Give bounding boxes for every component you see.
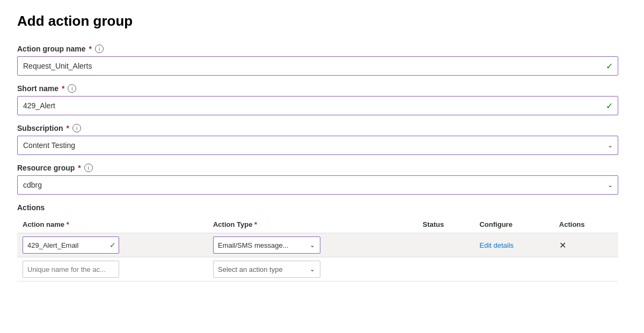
short-name-required: * xyxy=(62,84,64,93)
row-action-name-input[interactable] xyxy=(23,236,119,254)
actions-section-label: Actions xyxy=(17,203,618,212)
short-name-label: Short name * i xyxy=(17,84,618,93)
new-action-name-input[interactable] xyxy=(23,261,119,278)
col-action-type: Action Type * xyxy=(208,216,417,233)
row-status-cell xyxy=(417,233,474,257)
row-action-name-wrapper: ✓ xyxy=(23,236,119,254)
new-action-type-cell: Select an action type Email/SMS message … xyxy=(208,257,417,282)
row-action-name-check-icon: ✓ xyxy=(109,241,116,249)
action-group-name-input-wrapper: ✓ xyxy=(17,56,618,76)
table-row: ✓ Email/SMS message... ⌄ Edit details xyxy=(17,233,618,257)
resource-group-info-icon[interactable]: i xyxy=(84,164,93,172)
new-action-type-wrapper: Select an action type Email/SMS message … xyxy=(213,261,320,278)
subscription-label: Subscription * i xyxy=(17,124,618,132)
new-action-name-wrapper xyxy=(23,261,119,278)
col-configure: Configure xyxy=(474,216,553,233)
resource-group-dropdown[interactable]: cdbrg xyxy=(17,175,618,195)
new-status-cell xyxy=(417,257,474,282)
col-actions: Actions xyxy=(554,216,618,233)
resource-group-label-text: Resource group xyxy=(17,164,75,172)
action-name-col-required: * xyxy=(67,220,69,228)
row-delete-cell: ✕ xyxy=(554,233,618,257)
row-action-type-wrapper: Email/SMS message... ⌄ xyxy=(213,236,320,254)
resource-group-required: * xyxy=(78,164,80,172)
action-group-name-required: * xyxy=(89,45,92,53)
page-title: Add action group xyxy=(17,13,627,29)
action-type-col-required: * xyxy=(254,220,257,228)
short-name-check-icon: ✓ xyxy=(606,101,613,111)
action-group-name-info-icon[interactable]: i xyxy=(95,45,104,53)
subscription-dropdown[interactable]: Content Testing xyxy=(17,136,618,155)
row-action-type-cell: Email/SMS message... ⌄ xyxy=(208,233,417,257)
action-group-name-label-text: Action group name xyxy=(17,45,86,53)
action-group-name-check-icon: ✓ xyxy=(606,61,613,71)
actions-table: Action name * Action Type * Status Confi… xyxy=(17,216,618,282)
action-group-name-field: Action group name * i ✓ xyxy=(17,45,618,76)
form-section: Action group name * i ✓ Short name * i ✓… xyxy=(17,45,618,282)
action-group-name-label: Action group name * i xyxy=(17,45,618,53)
short-name-input[interactable] xyxy=(17,96,618,115)
short-name-field: Short name * i ✓ xyxy=(17,84,618,115)
short-name-info-icon[interactable]: i xyxy=(68,84,76,93)
new-action-name-cell xyxy=(17,257,208,282)
new-action-type-dropdown[interactable]: Select an action type Email/SMS message … xyxy=(213,261,320,278)
short-name-input-wrapper: ✓ xyxy=(17,96,618,115)
subscription-field: Subscription * i Content Testing ⌄ xyxy=(17,124,618,155)
subscription-dropdown-wrapper: Content Testing ⌄ xyxy=(17,136,618,155)
new-actions-cell xyxy=(554,257,618,282)
resource-group-field: Resource group * i cdbrg ⌄ xyxy=(17,164,618,195)
short-name-label-text: Short name xyxy=(17,84,58,93)
subscription-label-text: Subscription xyxy=(17,124,63,132)
table-header-row: Action name * Action Type * Status Confi… xyxy=(17,216,618,233)
new-action-row: Select an action type Email/SMS message … xyxy=(17,257,618,282)
col-status: Status xyxy=(417,216,474,233)
col-action-name: Action name * xyxy=(17,216,208,233)
resource-group-dropdown-wrapper: cdbrg ⌄ xyxy=(17,175,618,195)
edit-details-link[interactable]: Edit details xyxy=(479,241,514,249)
row-action-name-cell: ✓ xyxy=(17,233,208,257)
new-configure-cell xyxy=(474,257,553,282)
row-configure-cell: Edit details xyxy=(474,233,553,257)
subscription-required: * xyxy=(67,124,69,132)
delete-row-button[interactable]: ✕ xyxy=(559,240,566,250)
row-action-type-dropdown[interactable]: Email/SMS message... xyxy=(213,236,320,254)
action-group-name-input[interactable] xyxy=(17,56,618,76)
subscription-info-icon[interactable]: i xyxy=(72,124,81,132)
resource-group-label: Resource group * i xyxy=(17,164,618,172)
